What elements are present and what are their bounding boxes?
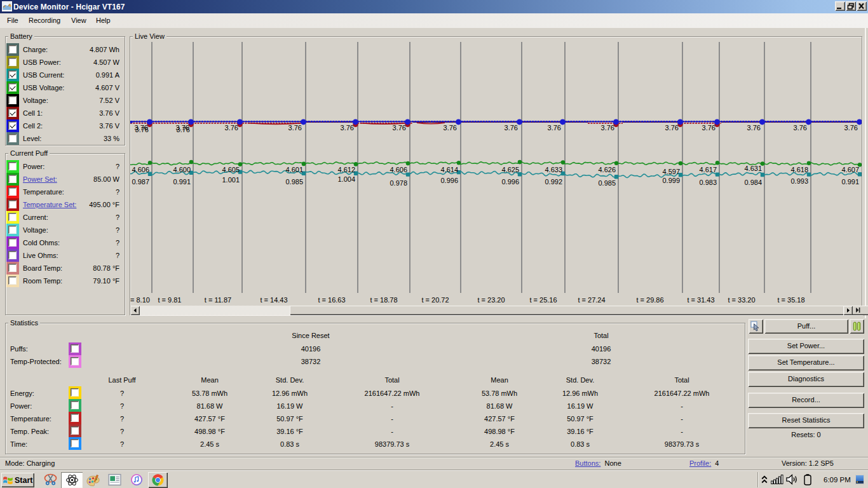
svg-text:4.597: 4.597 (662, 168, 680, 175)
svg-text:0.985: 0.985 (598, 179, 616, 187)
svg-text:0.996: 0.996 (440, 177, 458, 184)
svg-text:t = 35.18: t = 35.18 (777, 296, 804, 304)
svg-text:4.605: 4.605 (222, 166, 240, 173)
svg-text:3.76: 3.76 (341, 124, 354, 132)
svg-text:t = 18.78: t = 18.78 (370, 296, 397, 304)
svg-text:3.76: 3.76 (505, 124, 518, 132)
svg-text:3.76: 3.76 (225, 124, 238, 132)
svg-text:t = 9.81: t = 9.81 (158, 296, 181, 304)
svg-text:0.991: 0.991 (173, 178, 191, 186)
svg-text:4.601: 4.601 (285, 166, 303, 173)
svg-text:3.76: 3.76 (135, 126, 149, 133)
svg-text:t = 11.87: t = 11.87 (205, 296, 231, 304)
svg-text:4.614: 4.614 (440, 166, 458, 173)
svg-text:4.612: 4.612 (337, 166, 355, 173)
svg-text:4.625: 4.625 (501, 166, 519, 173)
svg-text:3.76: 3.76 (288, 124, 302, 132)
svg-text:3.76: 3.76 (665, 124, 679, 132)
svg-text:t = 16.63: t = 16.63 (318, 296, 345, 304)
svg-text:0.985: 0.985 (285, 178, 303, 186)
svg-text:3.76: 3.76 (844, 124, 858, 132)
svg-text:4.617: 4.617 (699, 166, 717, 173)
svg-text:t = 20.72: t = 20.72 (421, 296, 449, 304)
svg-text:t = 23.20: t = 23.20 (477, 296, 505, 304)
svg-text:0.992: 0.992 (545, 178, 562, 186)
svg-text:0.978: 0.978 (390, 179, 407, 187)
svg-text:4.618: 4.618 (790, 166, 808, 173)
svg-text:0.983: 0.983 (699, 179, 717, 186)
svg-text:4.626: 4.626 (598, 166, 616, 173)
svg-text:4.633: 4.633 (545, 166, 562, 173)
svg-text:0.984: 0.984 (744, 179, 762, 186)
svg-text:0.996: 0.996 (501, 178, 519, 186)
svg-text:t = 33.20: t = 33.20 (728, 296, 755, 304)
svg-text:0.999: 0.999 (662, 177, 680, 184)
svg-text:3.76: 3.76 (177, 126, 190, 133)
svg-text:1.001: 1.001 (222, 176, 240, 184)
svg-text:= 8.10: = 8.10 (130, 296, 150, 304)
svg-text:t = 29.86: t = 29.86 (636, 296, 663, 304)
svg-text:3.76: 3.76 (702, 124, 715, 132)
svg-text:3.76: 3.76 (601, 124, 614, 132)
svg-text:3.76: 3.76 (794, 124, 807, 132)
svg-text:t = 27.24: t = 27.24 (578, 296, 605, 304)
svg-text:4.631: 4.631 (744, 165, 762, 172)
svg-text:4.607: 4.607 (841, 166, 859, 173)
svg-text:t = 25.16: t = 25.16 (529, 296, 557, 304)
svg-text:3.76: 3.76 (548, 124, 561, 132)
svg-text:t = 31.43: t = 31.43 (687, 296, 714, 304)
svg-text:3.76: 3.76 (444, 124, 457, 132)
svg-text:4.606: 4.606 (390, 166, 407, 173)
svg-text:0.987: 0.987 (132, 178, 149, 186)
svg-text:0.991: 0.991 (841, 178, 859, 186)
svg-text:1.004: 1.004 (337, 175, 355, 183)
svg-text:3.76: 3.76 (747, 124, 761, 132)
svg-text:4.600: 4.600 (173, 166, 191, 173)
svg-text:0.993: 0.993 (790, 177, 808, 185)
svg-text:t = 14.43: t = 14.43 (260, 296, 287, 304)
svg-text:4.606: 4.606 (132, 166, 149, 173)
svg-text:3.76: 3.76 (393, 124, 406, 132)
